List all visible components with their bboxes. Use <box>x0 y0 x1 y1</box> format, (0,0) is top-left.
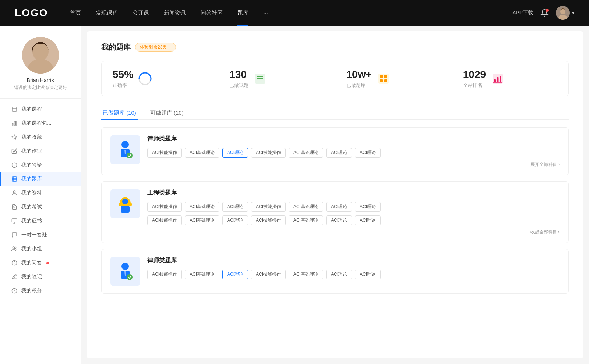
nav-more[interactable]: ··· <box>263 8 268 18</box>
sidebar-item-label: 我的题库 <box>21 176 42 182</box>
book-icon <box>11 176 18 182</box>
stats-row: 55% 正确率 130 已做试题 <box>101 61 569 96</box>
chat-icon <box>11 232 18 238</box>
tag[interactable]: ACI技能操作 <box>147 202 182 212</box>
tag[interactable]: ACI基础理论 <box>289 215 323 225</box>
chevron-down-icon: ▾ <box>572 10 574 15</box>
stat-banks-label: 已做题库 <box>346 82 372 89</box>
sidebar-item-my-qa[interactable]: 我的问答 <box>0 256 81 270</box>
sidebar-item-exam[interactable]: 我的考试 <box>0 200 81 214</box>
tag[interactable]: ACI理论 <box>222 202 248 212</box>
nav-qa[interactable]: 问答社区 <box>201 8 223 18</box>
tag[interactable]: ACI技能操作 <box>251 215 286 225</box>
nav-news[interactable]: 新闻资讯 <box>164 8 186 18</box>
nav-open-course[interactable]: 公开课 <box>133 8 149 18</box>
tag[interactable]: ACI基础理论 <box>185 202 219 212</box>
tab-available-banks[interactable]: 可做题库 (10) <box>149 107 185 119</box>
page-title-row: 我的题库 体验剩余23天！ <box>101 42 569 52</box>
tag[interactable]: ACI基础理论 <box>185 148 219 158</box>
topnav-right: APP下载 ▾ <box>512 6 574 20</box>
tag[interactable]: ACI技能操作 <box>147 270 182 279</box>
tag[interactable]: ACI技能操作 <box>147 215 182 225</box>
tag[interactable]: ACI基础理论 <box>185 270 219 279</box>
sidebar-item-certificate[interactable]: 我的证书 <box>0 214 81 228</box>
tag[interactable]: ACI理论 <box>326 202 352 212</box>
app-download-button[interactable]: APP下载 <box>512 10 533 16</box>
bank-title-lawyer-2: 律师类题库 <box>147 257 560 264</box>
points-icon <box>11 288 18 294</box>
tag[interactable]: ACI基础理论 <box>289 148 323 158</box>
sidebar-item-homework[interactable]: 我的作业 <box>0 144 81 158</box>
page-title: 我的题库 <box>101 42 131 52</box>
logo: LOGO <box>15 7 48 19</box>
question-icon <box>11 162 18 168</box>
sidebar-item-label: 我的证书 <box>21 218 42 224</box>
sidebar-item-notes[interactable]: 我的笔记 <box>0 270 81 284</box>
tag[interactable]: ACI理论 <box>355 148 381 158</box>
svg-point-1 <box>560 8 565 14</box>
svg-rect-8 <box>12 123 13 125</box>
svg-rect-6 <box>12 107 17 111</box>
sidebar-item-label: 一对一答疑 <box>21 232 47 238</box>
group-icon <box>11 246 18 252</box>
svg-point-52 <box>122 199 128 204</box>
tags-row-lawyer-2: ACI技能操作 ACI基础理论 ACI理论 ACI技能操作 ACI基础理论 AC… <box>147 270 560 279</box>
tag[interactable]: ACI理论 <box>355 270 381 279</box>
bank-body-lawyer-1: 律师类题库 ACI技能操作 ACI基础理论 ACI理论 ACI技能操作 ACI基… <box>147 135 560 168</box>
collapse-link-engineer[interactable]: 收起全部科目 › <box>147 229 560 235</box>
sidebar-item-group[interactable]: 我的小组 <box>0 242 81 256</box>
tag[interactable]: ACI技能操作 <box>251 202 286 212</box>
tag[interactable]: ACI理论 <box>326 148 352 158</box>
sidebar-item-tutor[interactable]: 一对一答疑 <box>0 228 81 242</box>
nav-home[interactable]: 首页 <box>70 8 81 18</box>
svg-rect-14 <box>12 177 17 181</box>
stat-questions-label: 已做试题 <box>229 82 248 89</box>
svg-point-49 <box>127 153 133 158</box>
tag[interactable]: ACI理论 <box>355 202 381 212</box>
svg-point-54 <box>121 263 129 270</box>
svg-point-18 <box>13 191 15 193</box>
topnav: LOGO 首页 发现课程 公开课 新闻资讯 问答社区 题库 ··· APP下载 <box>0 0 589 26</box>
sidebar-item-course-package[interactable]: 我的课程包... <box>0 116 81 130</box>
tag[interactable]: ACI基础理论 <box>289 202 323 212</box>
notification-bell[interactable] <box>540 9 549 17</box>
tag[interactable]: ACI理论 <box>326 215 352 225</box>
svg-rect-10 <box>15 121 17 125</box>
expand-link-lawyer-1[interactable]: 展开全部科目 › <box>147 161 560 168</box>
nav-question-bank[interactable]: 题库 <box>237 8 248 18</box>
tag[interactable]: ACI理论 <box>222 215 248 225</box>
tag-highlighted[interactable]: ACI理论 <box>222 270 248 279</box>
stat-ranking-label: 全站排名 <box>463 82 486 89</box>
sidebar-item-profile[interactable]: 我的资料 <box>0 186 81 200</box>
svg-marker-11 <box>12 135 17 139</box>
sidebar-item-points[interactable]: 我的积分 <box>0 284 81 298</box>
svg-rect-21 <box>12 219 17 222</box>
tag-highlighted[interactable]: ACI理论 <box>222 148 248 158</box>
tag[interactable]: ACI技能操作 <box>147 148 182 158</box>
tag[interactable]: ACI理论 <box>326 270 352 279</box>
sidebar-item-label: 我的小组 <box>21 246 42 252</box>
stat-accuracy-value: 55% <box>113 69 133 81</box>
tag[interactable]: ACI技能操作 <box>251 148 286 158</box>
nav-links: 首页 发现课程 公开课 新闻资讯 问答社区 题库 ··· <box>70 8 512 18</box>
sidebar-item-question-bank[interactable]: 我的题库 <box>0 172 81 186</box>
sidebar-item-qa[interactable]: 我的答疑 <box>0 158 81 172</box>
sidebar-item-favorites[interactable]: 我的收藏 <box>0 130 81 144</box>
tag[interactable]: ACI理论 <box>355 215 381 225</box>
tag[interactable]: ACI基础理论 <box>289 270 323 279</box>
tag[interactable]: ACI技能操作 <box>251 270 286 279</box>
bank-card-lawyer-1: 律师类题库 ACI技能操作 ACI基础理论 ACI理论 ACI技能操作 ACI基… <box>101 127 569 175</box>
tab-done-banks[interactable]: 已做题库 (10) <box>101 107 138 119</box>
tag[interactable]: ACI基础理论 <box>185 215 219 225</box>
svg-point-24 <box>13 247 14 249</box>
svg-rect-43 <box>494 79 496 82</box>
file-icon <box>11 106 18 113</box>
sidebar-item-my-courses[interactable]: 我的课程 <box>0 102 81 116</box>
sidebar-item-label: 我的积分 <box>21 288 42 294</box>
sidebar-item-label: 我的考试 <box>21 204 42 210</box>
svg-point-47 <box>121 141 129 148</box>
tags-row-lawyer-1: ACI技能操作 ACI基础理论 ACI理论 ACI技能操作 ACI基础理论 AC… <box>147 148 560 158</box>
bar-chart-icon <box>491 72 504 85</box>
user-avatar-button[interactable]: ▾ <box>556 6 574 20</box>
nav-discover[interactable]: 发现课程 <box>96 8 118 18</box>
